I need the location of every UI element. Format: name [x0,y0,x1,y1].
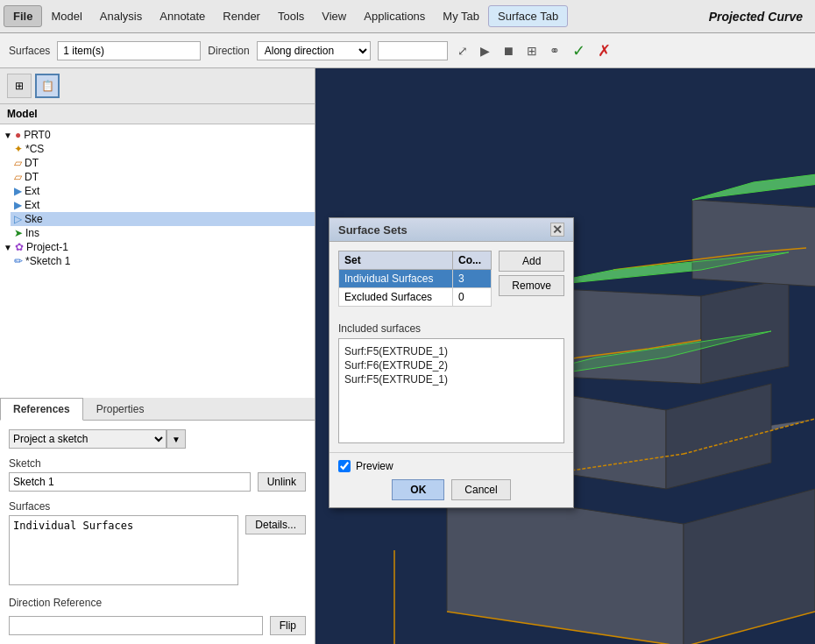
menu-model[interactable]: Model [42,6,90,26]
tree-item-project[interactable]: ▼ ✿ Project-1 [0,240,315,254]
tree-item-icon: ● [15,129,21,141]
project-sketch-select[interactable]: Project a sketch [9,429,167,449]
included-item-2: Surf:F5(EXTRUDE_1) [344,372,558,386]
sets-row: Set Co... Individual Surfaces 3 [338,251,564,314]
tab-properties[interactable]: Properties [83,398,158,421]
dialog-body: Set Co... Individual Surfaces 3 [330,242,573,452]
preview-row: Preview [338,460,564,472]
sets-table: Set Co... Individual Surfaces 3 [338,251,492,307]
play-icon[interactable]: ▶ [478,44,493,58]
tree-item-sketch1[interactable]: ✏ *Sketch 1 [11,254,315,268]
surfaces-input[interactable] [57,41,201,60]
surfaces-label: Surfaces [9,45,50,57]
tree-expand-icon: ▼ [4,131,12,140]
tree-item-dt2[interactable]: ▱ DT [11,170,315,184]
tree-item-ext2[interactable]: ▶ Ext [11,198,315,212]
project-sketch-dropdown[interactable]: ▼ [167,429,186,449]
tree-icon-project: ✿ [15,241,24,253]
tree-icon-dt1: ▱ [14,157,22,169]
toolbar: Surfaces Direction Along direction ⤢ ▶ ⏹… [0,33,815,68]
tree-label-ext1: Ext [25,185,39,197]
included-item-0: Surf:F5(EXTRUDE_1) [344,344,558,358]
direction-ref-label: Direction Reference [9,597,306,609]
model-label: Model [0,104,315,124]
flip-button[interactable]: Flip [270,616,306,635]
table-row-individual[interactable]: Individual Surfaces 3 [339,270,492,288]
col-count: Co... [452,251,491,270]
surfaces-form-label: Surfaces [9,500,306,513]
table-row-excluded[interactable]: Excluded Surfaces 0 [339,288,492,307]
tree-icon-sketch1: ✏ [14,255,23,267]
tree-icon-sketch: ▷ [14,213,22,225]
confirm-icon[interactable]: ✓ [570,41,588,60]
details-button[interactable]: Details... [245,515,306,534]
tree-item-prt0[interactable]: ▼ ● PRT0 [0,128,315,142]
included-item-1: Surf:F6(EXTRUDE_2) [344,358,558,372]
tree-icon-ext1: ▶ [14,185,22,197]
menu-render[interactable]: Render [214,6,269,26]
preview-label: Preview [356,460,393,472]
direction-extra-input[interactable] [378,41,448,60]
link-icon[interactable]: ⚭ [547,44,563,58]
direction-ref-input[interactable] [9,616,263,635]
tree-item-sketch[interactable]: ▷ Ske [11,212,315,226]
row-individual-label: Individual Surfaces [339,270,453,288]
row-excluded-label: Excluded Surfaces [339,288,453,307]
dialog-footer: Preview OK Cancel [330,452,573,507]
dialog-close-button[interactable]: ✕ [550,223,564,237]
tab-references[interactable]: References [0,398,83,421]
cancel-button[interactable]: Cancel [451,479,510,500]
list-view-btn[interactable]: 📋 [35,74,60,98]
surfaces-textarea[interactable]: Individual Surfaces [9,515,238,585]
grid-view-btn[interactable]: ⊞ [7,74,32,98]
dialog-actions: OK Cancel [338,479,564,500]
viewport[interactable]: Surface Sets ✕ Set Co... [315,68,815,644]
sketch-input[interactable] [9,472,251,492]
preview-checkbox[interactable] [338,460,351,472]
cancel-icon[interactable]: ✗ [595,41,613,60]
tree-icon-dt2: ▱ [14,171,22,183]
details-col: Details... [245,515,306,534]
sketch-label: Sketch [9,457,306,470]
tree-label-ext2: Ext [25,199,39,211]
tree-label-sketch1: *Sketch 1 [25,255,70,267]
panel-icons: ⊞ 📋 [0,68,315,104]
unlink-button[interactable]: Unlink [258,472,306,492]
tree-label-ins: Ins [25,227,39,239]
row-individual-count: 3 [452,270,491,288]
remove-button[interactable]: Remove [499,275,564,296]
row-excluded-count: 0 [452,288,491,307]
stop-icon[interactable]: ⏹ [500,44,517,58]
tree-label-project: Project-1 [26,241,68,253]
menu-view[interactable]: View [313,6,355,26]
form-panel: Project a sketch ▼ Sketch Unlink Surface… [0,421,315,644]
arrow-icon[interactable]: ⤢ [455,44,471,58]
sketch-input-col [9,472,251,492]
left-panel: ⊞ 📋 Model ▼ ● PRT0 ✦ *CS ▱ DT ▱ DT [0,68,315,644]
grid-icon[interactable]: ⊞ [524,44,540,58]
tree-item-dt1[interactable]: ▱ DT [11,156,315,170]
add-button[interactable]: Add [499,251,564,272]
ok-button[interactable]: OK [392,479,444,500]
tree-item-ext1[interactable]: ▶ Ext [11,184,315,198]
direction-select[interactable]: Along direction [257,41,371,60]
menu-file[interactable]: File [4,5,42,27]
tree-item-ins[interactable]: ➤ Ins [11,226,315,240]
tabs-bar: References Properties [0,398,315,421]
sets-table-wrap: Set Co... Individual Surfaces 3 [338,251,492,314]
menu-annotate[interactable]: Annotate [151,6,214,26]
tree-item-label: PRT0 [24,129,50,141]
menu-projected-curve: Projected Curve [700,6,811,27]
menu-my-tab[interactable]: My Tab [434,6,488,26]
dialog-overlay: Surface Sets ✕ Set Co... [315,68,815,644]
direction-label: Direction [208,45,249,57]
menu-tools[interactable]: Tools [269,6,313,26]
tree-item-cs[interactable]: ✦ *CS [11,142,315,156]
menu-analysis[interactable]: Analysis [91,6,151,26]
included-list: Surf:F5(EXTRUDE_1) Surf:F6(EXTRUDE_2) Su… [338,338,564,443]
tree-label-sketch: Ske [25,213,43,225]
dialog-title-text: Surface Sets [338,223,408,237]
menu-applications[interactable]: Applications [355,6,434,26]
menu-surface-tab[interactable]: Surface Tab [488,5,568,27]
tree-label-dt2: DT [25,171,39,183]
